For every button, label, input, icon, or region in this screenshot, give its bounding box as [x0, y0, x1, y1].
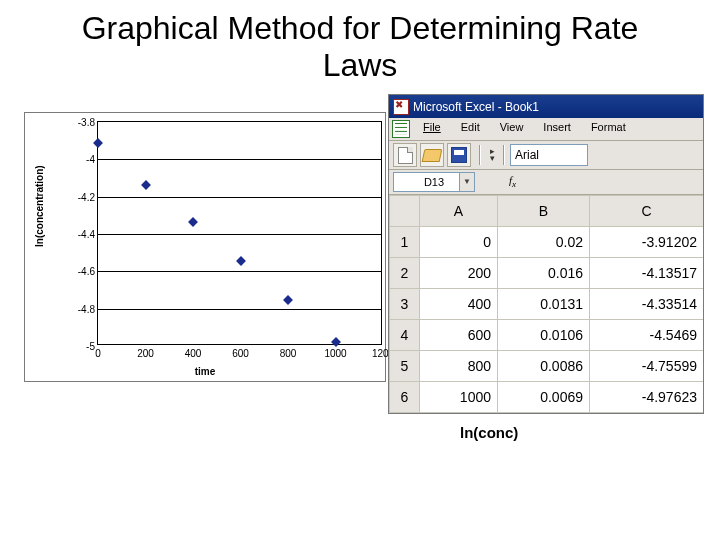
scatter-point	[188, 217, 198, 227]
font-selector[interactable]: Arial	[510, 144, 588, 166]
new-doc-button[interactable]	[393, 143, 417, 167]
row-header[interactable]: 3	[390, 289, 420, 320]
y-tick: -4.4	[65, 229, 95, 240]
toolbar-overflow-icon[interactable]: ▸▾	[486, 148, 498, 162]
row-header[interactable]: 5	[390, 351, 420, 382]
cell[interactable]: -4.33514	[590, 289, 704, 320]
y-tick: -4.8	[65, 303, 95, 314]
spreadsheet-table: A B C 100.02-3.9120222000.016-4.13517340…	[389, 195, 703, 413]
row-header[interactable]: 1	[390, 227, 420, 258]
col-header-C[interactable]: C	[590, 196, 704, 227]
scatter-point	[283, 295, 293, 305]
y-tick: -4.2	[65, 191, 95, 202]
table-row: 34000.0131-4.33514	[390, 289, 704, 320]
menu-file[interactable]: File	[413, 118, 451, 140]
table-row: 610000.0069-4.97623	[390, 382, 704, 413]
excel-menu-bar: File Edit View Insert Format	[389, 118, 703, 141]
x-tick: 400	[185, 348, 202, 359]
cell[interactable]: -4.5469	[590, 320, 704, 351]
cell[interactable]: 800	[420, 351, 498, 382]
excel-title: Microsoft Excel - Book1	[413, 100, 539, 114]
table-row: 58000.0086-4.75599	[390, 351, 704, 382]
excel-document-icon	[392, 120, 410, 138]
name-box[interactable]: D13 ▼	[393, 172, 475, 192]
name-box-value: D13	[424, 176, 444, 188]
x-tick: 800	[280, 348, 297, 359]
row-header[interactable]: 2	[390, 258, 420, 289]
cell[interactable]: -4.97623	[590, 382, 704, 413]
cell[interactable]: 0	[420, 227, 498, 258]
excel-titlebar: Microsoft Excel - Book1	[389, 95, 703, 118]
header-blank[interactable]	[390, 196, 420, 227]
chart-plot-area	[97, 121, 382, 345]
cell[interactable]: 0.0131	[498, 289, 590, 320]
y-tick: -5	[65, 341, 95, 352]
x-icon	[393, 99, 409, 115]
table-row: 22000.016-4.13517	[390, 258, 704, 289]
save-button[interactable]	[447, 143, 471, 167]
cell[interactable]: -4.13517	[590, 258, 704, 289]
slide-title: Graphical Method for Determining Rate La…	[40, 10, 680, 84]
x-tick: 600	[232, 348, 249, 359]
cell[interactable]: 1000	[420, 382, 498, 413]
cell[interactable]: 600	[420, 320, 498, 351]
table-row: 100.02-3.91202	[390, 227, 704, 258]
new-doc-icon	[398, 147, 413, 164]
scatter-point	[141, 180, 151, 190]
bottom-label-lnconc: ln(conc)	[460, 424, 518, 441]
x-tick: 200	[137, 348, 154, 359]
col-header-A[interactable]: A	[420, 196, 498, 227]
y-tick: -4	[65, 154, 95, 165]
menu-view[interactable]: View	[490, 118, 534, 140]
excel-toolbar: ▸▾ Arial	[389, 141, 703, 170]
excel-window: Microsoft Excel - Book1 File Edit View I…	[388, 94, 704, 414]
cell[interactable]: 400	[420, 289, 498, 320]
floppy-disk-icon	[451, 147, 467, 163]
cell[interactable]: 0.02	[498, 227, 590, 258]
menu-insert[interactable]: Insert	[533, 118, 581, 140]
open-button[interactable]	[420, 143, 444, 167]
scatter-point	[93, 138, 103, 148]
chart-xlabel: time	[25, 366, 385, 377]
fx-icon[interactable]: fx	[509, 174, 516, 189]
row-header[interactable]: 6	[390, 382, 420, 413]
cell[interactable]: -3.91202	[590, 227, 704, 258]
chart-lnconc-vs-time: ln(concentration) time -3.8-4-4.2-4.4-4.…	[24, 112, 386, 382]
scatter-point	[331, 337, 341, 347]
cell[interactable]: 0.0069	[498, 382, 590, 413]
x-tick: 0	[95, 348, 101, 359]
y-tick: -4.6	[65, 266, 95, 277]
cell[interactable]: 0.0086	[498, 351, 590, 382]
col-header-B[interactable]: B	[498, 196, 590, 227]
menu-edit[interactable]: Edit	[451, 118, 490, 140]
cell[interactable]: 0.0106	[498, 320, 590, 351]
y-tick: -3.8	[65, 117, 95, 128]
toolbar-separator	[479, 145, 481, 165]
scatter-point	[236, 256, 246, 266]
menu-format[interactable]: Format	[581, 118, 636, 140]
chart-ylabel: ln(concentration)	[34, 165, 45, 247]
row-header[interactable]: 4	[390, 320, 420, 351]
cell[interactable]: -4.75599	[590, 351, 704, 382]
dropdown-icon: ▼	[459, 173, 474, 191]
excel-formula-bar: D13 ▼ fx	[389, 170, 703, 195]
folder-open-icon	[422, 149, 443, 162]
cell[interactable]: 200	[420, 258, 498, 289]
x-tick: 1000	[324, 348, 346, 359]
toolbar-separator	[503, 145, 505, 165]
table-row: 46000.0106-4.5469	[390, 320, 704, 351]
excel-grid[interactable]: A B C 100.02-3.9120222000.016-4.13517340…	[389, 195, 703, 413]
cell[interactable]: 0.016	[498, 258, 590, 289]
